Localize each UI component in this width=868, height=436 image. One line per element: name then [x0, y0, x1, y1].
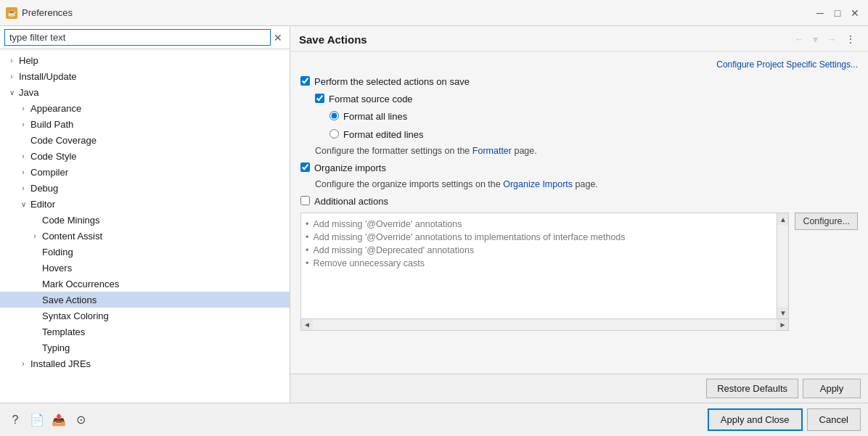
sidebar-item-folding[interactable]: Folding — [0, 244, 290, 260]
format-all-lines-radio[interactable] — [329, 111, 339, 120]
sidebar-item-syntax-coloring[interactable]: Syntax Coloring — [0, 308, 290, 324]
actions-list-container: Add missing '@Override' annotations Add … — [300, 213, 789, 331]
scrollbar-y[interactable]: ▲ ▼ — [777, 213, 788, 318]
scroll-track-y — [777, 225, 788, 307]
import-icon-button[interactable]: 📤 — [51, 412, 67, 428]
expand-arrow-java: ∨ — [6, 89, 17, 96]
scroll-down-button[interactable]: ▼ — [777, 307, 789, 318]
expand-arrow-code-style: › — [17, 152, 29, 160]
window-bottom-bar: ? 📄 📤 ⊙ Apply and Close Cancel — [0, 403, 868, 436]
title-bar: ☕ Preferences ─ □ ✕ — [0, 0, 868, 26]
bottom-right-buttons: Apply and Close Cancel — [708, 408, 861, 431]
actions-list: Add missing '@Override' annotations Add … — [301, 213, 777, 329]
format-edited-lines-label[interactable]: Format edited lines — [343, 128, 424, 141]
restore-defaults-button[interactable]: Restore Defaults — [706, 379, 798, 398]
expand-arrow-content-assist: › — [29, 232, 41, 240]
scroll-right-button[interactable]: ► — [777, 319, 788, 331]
additional-actions-checkbox[interactable] — [300, 196, 310, 205]
list-item: Add missing '@Override' annotations — [306, 218, 772, 231]
sidebar-item-help[interactable]: › Help — [0, 52, 290, 68]
sidebar-item-templates[interactable]: Templates — [0, 324, 290, 340]
sidebar-item-content-assist[interactable]: › Content Assist — [0, 228, 290, 244]
formatter-info-text: Configure the formatter settings on the … — [300, 146, 858, 156]
sidebar-item-label: Build Path — [29, 119, 73, 130]
panel-nav-buttons: ← ▾ → ⋮ — [790, 32, 859, 46]
sidebar-item-build-path[interactable]: › Build Path — [0, 116, 290, 132]
sidebar-item-appearance[interactable]: › Appearance — [0, 100, 290, 116]
perform-actions-checkbox[interactable] — [300, 76, 310, 86]
close-button[interactable]: ✕ — [848, 6, 862, 20]
sidebar-item-label: Save Actions — [41, 295, 97, 305]
organize-info-suffix: page. — [573, 179, 598, 189]
tree: › Help › Install/Update ∨ Java › Appeara… — [0, 49, 290, 403]
scroll-left-button[interactable]: ◄ — [301, 319, 313, 331]
format-source-label[interactable]: Format source code — [329, 93, 413, 106]
config-link-bar: Configure Project Specific Settings... — [300, 59, 858, 70]
revert-icon-button[interactable]: ⊙ — [73, 412, 89, 428]
list-item: Add missing '@Override' annotations to i… — [306, 231, 772, 244]
expand-arrow-debug: › — [17, 184, 29, 192]
option-row-format-source: Format source code — [300, 93, 858, 106]
sidebar-item-label: Help — [17, 55, 38, 66]
panel-menu-button[interactable]: ⋮ — [842, 32, 859, 46]
scrollbar-x[interactable]: ◄ ► — [301, 318, 788, 330]
maximize-button[interactable]: □ — [830, 6, 845, 20]
sidebar-item-label: Code Minings — [41, 215, 100, 226]
sidebar-item-install-update[interactable]: › Install/Update — [0, 68, 290, 84]
format-all-lines-label[interactable]: Format all lines — [343, 110, 407, 123]
sidebar-item-code-minings[interactable]: Code Minings — [0, 212, 290, 228]
window-title: Preferences — [22, 7, 813, 18]
cancel-button[interactable]: Cancel — [807, 408, 861, 431]
panel-bottom-bar: Restore Defaults Apply — [290, 374, 868, 403]
additional-actions-label[interactable]: Additional actions — [314, 195, 388, 208]
help-icon-button[interactable]: ? — [7, 412, 23, 428]
expand-arrow-build-path: › — [17, 120, 29, 128]
organize-imports-link[interactable]: Organize Imports — [503, 179, 573, 189]
sidebar-item-typing[interactable]: Typing — [0, 340, 290, 355]
option-row-additional-actions: Additional actions — [300, 195, 858, 208]
sidebar-item-debug[interactable]: › Debug — [0, 180, 290, 196]
search-clear-button[interactable]: ✕ — [271, 30, 285, 45]
window-controls: ─ □ ✕ — [813, 6, 862, 20]
sidebar-item-mark-occurrences[interactable]: Mark Occurrences — [0, 276, 290, 292]
sidebar-item-code-style[interactable]: › Code Style — [0, 148, 290, 164]
sidebar-item-code-coverage[interactable]: Code Coverage — [0, 132, 290, 148]
format-edited-lines-radio[interactable] — [329, 129, 339, 139]
sidebar-item-label: Mark Occurrences — [41, 279, 119, 289]
back-button[interactable]: ← — [790, 32, 808, 46]
sidebar-item-installed-jres[interactable]: › Installed JREs — [0, 355, 290, 371]
formatter-info-prefix: Configure the formatter settings on the — [315, 146, 472, 156]
actions-wrapper: Add missing '@Override' annotations Add … — [300, 213, 858, 331]
expand-arrow-compiler: › — [17, 168, 29, 176]
panel-header: Save Actions ← ▾ → ⋮ — [290, 26, 868, 52]
sidebar-item-save-actions[interactable]: Save Actions — [0, 292, 290, 308]
sidebar-item-label: Debug — [29, 183, 58, 194]
export-icon-button[interactable]: 📄 — [29, 412, 45, 428]
organize-imports-checkbox[interactable] — [300, 163, 310, 172]
list-item: Add missing '@Deprecated' annotations — [306, 244, 772, 257]
panel-title: Save Actions — [299, 33, 367, 46]
search-input[interactable] — [4, 29, 271, 46]
expand-arrow-install: › — [6, 73, 17, 81]
sidebar-item-label: Typing — [41, 342, 70, 353]
formatter-link[interactable]: Formatter — [472, 146, 512, 156]
sidebar-item-label: Code Style — [29, 151, 77, 162]
right-panel: Save Actions ← ▾ → ⋮ Configure Project S… — [290, 26, 868, 403]
organize-imports-label[interactable]: Organize imports — [314, 162, 386, 175]
perform-actions-label[interactable]: Perform the selected actions on save — [314, 75, 470, 89]
expand-arrow-editor: ∨ — [17, 200, 29, 208]
forward-button[interactable]: → — [823, 32, 840, 46]
format-source-checkbox[interactable] — [315, 94, 324, 103]
sidebar-item-hovers[interactable]: Hovers — [0, 260, 290, 276]
configure-project-link[interactable]: Configure Project Specific Settings... — [716, 59, 858, 70]
sidebar-item-editor[interactable]: ∨ Editor — [0, 196, 290, 212]
apply-button[interactable]: Apply — [803, 379, 861, 398]
sidebar-item-java[interactable]: ∨ Java — [0, 84, 290, 100]
sidebar-item-compiler[interactable]: › Compiler — [0, 164, 290, 180]
organize-info-text: Configure the organize imports settings … — [300, 179, 858, 189]
configure-button[interactable]: Configure... — [795, 213, 858, 230]
back-dropdown-button[interactable]: ▾ — [809, 32, 822, 46]
apply-and-close-button[interactable]: Apply and Close — [708, 408, 803, 431]
minimize-button[interactable]: ─ — [813, 6, 827, 20]
scroll-up-button[interactable]: ▲ — [777, 213, 789, 225]
